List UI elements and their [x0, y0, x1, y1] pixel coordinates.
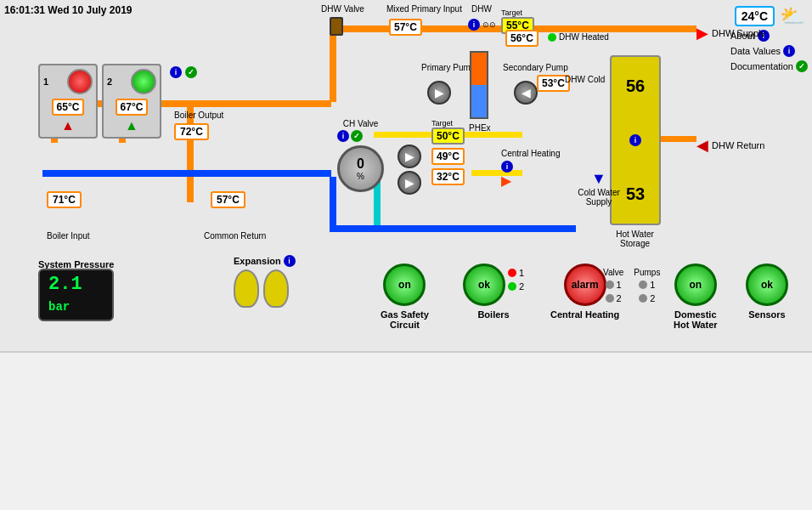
data-values-link[interactable]: Data Values i: [730, 45, 808, 57]
gas-safety-btn[interactable]: on: [383, 264, 426, 306]
central-heating-info[interactable]: i: [501, 161, 513, 173]
boiler-output-temp: 72°C: [174, 123, 209, 140]
ch-return-temp: 32°C: [431, 168, 465, 185]
system-pressure-section: System Pressure on 2.1 bar: [38, 259, 114, 316]
pipe-return-v: [330, 177, 336, 228]
boilers-indicators: 1 2: [508, 268, 524, 292]
expansion-info[interactable]: i: [284, 255, 296, 267]
ch-valve-check[interactable]: ✓: [351, 130, 363, 142]
sensors-val: ok: [761, 279, 773, 291]
phex-unit: [470, 51, 488, 119]
boiler-info-area: i ✓: [170, 66, 197, 78]
gas-safety-status: on: [398, 279, 411, 291]
ch-pump-2-arrow: ▶: [405, 176, 414, 190]
ch-target-temp: 50°C: [431, 128, 465, 144]
boiler-info-icon[interactable]: i: [170, 66, 182, 78]
hw-storage-top-temp: 56: [626, 76, 645, 96]
documentation-icon[interactable]: ✓: [796, 60, 808, 72]
pipe-dhw-supply-long: [561, 26, 696, 32]
valve-ind-2-label: 2: [617, 293, 622, 303]
primary-pump[interactable]: ▶: [427, 81, 451, 105]
dhw-info-icon[interactable]: i: [468, 19, 480, 31]
pressure-value: 2.1: [48, 274, 82, 295]
boiler-2-id: 2: [107, 76, 112, 87]
common-return-temp: 57°C: [211, 191, 245, 208]
expansion-vessel-2: [263, 269, 289, 308]
boiler-1-arrow: ▲: [61, 118, 75, 133]
documentation-link[interactable]: Documentation ✓: [730, 60, 808, 72]
datetime-display: 16:01:31 Wed 10 July 2019: [4, 4, 133, 16]
boiler-ind-1-label: 1: [519, 268, 524, 278]
data-values-label: Data Values: [730, 46, 781, 56]
dhw-status-label: DomesticHot Water: [674, 309, 718, 330]
boiler-2-on[interactable]: [131, 69, 156, 94]
boiler-unit-2: 2 67°C ▲: [102, 64, 161, 139]
weather-icon: ⛅: [780, 4, 805, 28]
cold-water-area: ▼ Cold Water Supply: [573, 170, 624, 207]
boiler-1-id: 1: [43, 76, 48, 87]
ch-actual-temp: 49°C: [431, 148, 465, 165]
hw-storage-bot-temp: 53: [626, 184, 645, 204]
dhw-target-label: Target: [501, 8, 534, 17]
sensors-section: ok Sensors: [746, 264, 788, 320]
valve-ind-1-label: 1: [617, 280, 622, 290]
boilers-status-section: ok 1 2 Boilers: [463, 264, 524, 320]
dhw-status-btn[interactable]: on: [674, 264, 717, 306]
dhw-supply-arrow: ▶: [696, 24, 708, 42]
boiler-1-alarm[interactable]: [67, 69, 93, 94]
sensors-btn[interactable]: ok: [746, 264, 788, 306]
valve-label: Valve: [603, 268, 623, 277]
dhw-cold-label: DHW Cold: [565, 75, 605, 84]
pressure-unit: bar: [48, 300, 70, 314]
primary-pump-arrow: ▶: [435, 86, 444, 99]
boiler-input-label: Boiler Input: [47, 231, 90, 241]
ch-pump-1[interactable]: ▶: [398, 144, 421, 168]
dhw-status-val: on: [689, 279, 702, 291]
dhw-supply-area: ▶ DHW Supply: [696, 24, 765, 42]
ch-status-label: Central Heating: [550, 309, 619, 320]
mixed-primary-label: Mixed Primary Input: [386, 4, 462, 14]
pressure-reading: 2.1 bar: [38, 269, 114, 321]
ch-pump-2[interactable]: ▶: [398, 171, 421, 195]
valve-ind-2: [606, 294, 614, 303]
mixed-primary-temp: 57°C: [389, 19, 422, 36]
ch-target-label-text: Target: [431, 119, 465, 128]
dhw-valve[interactable]: [330, 17, 343, 36]
valve-ind-1: [606, 280, 614, 289]
pipe-dhw-vertical: [330, 26, 336, 102]
ch-pumps: ▶ ▶: [398, 144, 421, 195]
dhw-heated-label: DHW Heated: [559, 32, 609, 42]
ch-status-val: alarm: [572, 279, 599, 291]
dhw-status-section: on DomesticHot Water: [674, 264, 718, 330]
boiler-ind-1: [508, 269, 516, 277]
boiler-output-label: Boiler Output: [174, 110, 223, 120]
boiler-1-temp: 65°C: [52, 99, 85, 116]
ch-status-btn[interactable]: alarm: [564, 264, 606, 306]
hw-storage-info[interactable]: i: [629, 134, 641, 146]
boiler-check-icon[interactable]: ✓: [185, 66, 197, 78]
pipe-return-h2: [330, 225, 576, 232]
dhw-actual-area: 56°C: [505, 30, 539, 47]
common-return-label: Common Return: [204, 231, 266, 241]
dhw-valve-label: DHW Valve: [321, 4, 364, 14]
dhw-return-area: ◀ DHW Return: [696, 136, 764, 155]
sensors-label: Sensors: [748, 309, 785, 320]
dhw-heated-area: DHW Heated: [548, 32, 609, 42]
data-values-icon[interactable]: i: [783, 45, 795, 57]
dhw-supply-label: DHW Supply: [712, 28, 765, 38]
dhw-info: i ⊙⊙: [468, 19, 496, 31]
ch-valve-gauge[interactable]: 0 %: [337, 145, 384, 192]
secondary-pump[interactable]: ◀: [514, 81, 538, 105]
cold-water-label: Cold Water Supply: [573, 188, 624, 207]
main-panel: 16:01:31 Wed 10 July 2019 24°C ⛅ About i…: [0, 0, 812, 353]
boilers-status-val: ok: [478, 279, 490, 291]
expansion-section: Expansion i: [234, 255, 296, 308]
dhw-icons: ⊙⊙: [482, 20, 496, 29]
pump-ind-1: [639, 280, 647, 289]
pump-ind-2-label: 2: [650, 293, 655, 303]
boilers-status-btn[interactable]: ok: [463, 264, 505, 306]
ch-valve-info[interactable]: i: [337, 130, 349, 142]
hw-storage-label: Hot Water Storage: [607, 230, 663, 248]
phex-label: PHEx: [469, 123, 491, 133]
cold-water-arrow: ▼: [591, 170, 606, 188]
